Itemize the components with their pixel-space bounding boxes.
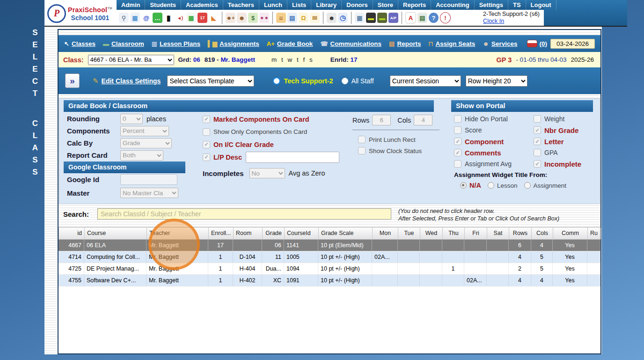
search-input[interactable] (97, 208, 391, 220)
print-lunch-rect-checkbox[interactable] (358, 136, 366, 143)
assignment-radio[interactable] (524, 182, 531, 189)
table-row-4725[interactable]: 4725DE Project Manag...Mr. Baggett1H-404… (59, 263, 600, 275)
nav-link-classroom[interactable]: ▬Classroom (103, 40, 144, 47)
admin-person-icon[interactable]: ☻ (327, 13, 337, 23)
add-student-icon[interactable]: ☻+ (226, 13, 235, 23)
lp-desc-input[interactable] (246, 152, 339, 163)
components-select[interactable]: Percent (120, 126, 169, 136)
top-menu-item-lists[interactable]: Lists (287, 0, 311, 10)
component-checkbox[interactable] (454, 138, 461, 145)
master-class-select[interactable]: No Master Cla (120, 188, 178, 198)
chat-count-link[interactable]: (0) (540, 40, 548, 47)
table-row-4667[interactable]: 466706 ELAMr. Baggett1706114110 pt (Elem… (59, 240, 600, 251)
chat-plus-icon[interactable]: … (153, 13, 162, 23)
top-menu-item-students[interactable]: Students (145, 0, 181, 10)
top-menu-item-reports[interactable]: Reports (398, 0, 431, 10)
assignment-avg-checkbox[interactable] (454, 160, 461, 168)
on-i-c-clear-grade-checkbox[interactable] (203, 141, 210, 148)
tickets-icon[interactable]: $ (248, 13, 258, 23)
clock-in-link[interactable]: Clock In (483, 18, 504, 24)
nav-link-classes[interactable]: ↖Classes (64, 40, 95, 47)
session-select[interactable]: Current Session (390, 75, 461, 87)
alert-icon[interactable]: ! (440, 12, 451, 23)
bell-icon[interactable]: Ω (299, 13, 308, 23)
logo[interactable]: P PraxiSchoolTM School 1001 (45, 0, 117, 26)
calendar-month-icon[interactable]: ▦ (186, 13, 196, 23)
calendar-grid-icon[interactable]: ▦ (130, 13, 140, 23)
top-menu-item-admin[interactable]: Admin (117, 0, 145, 10)
cell: 4 (531, 240, 553, 251)
hide-on-portal-checkbox[interactable] (454, 115, 461, 123)
top-menu-item-lunch[interactable]: Lunch (259, 0, 287, 10)
alarm-clock-icon[interactable]: ◷ (338, 13, 348, 23)
lunch-icon[interactable]: ≡ (276, 13, 286, 23)
gpa-checkbox[interactable] (534, 149, 541, 156)
payment-terminal-icon[interactable]: ▬ (377, 13, 387, 23)
calendar-date-icon[interactable]: 17 (198, 13, 207, 23)
class-template-select[interactable]: Select Class Template (167, 75, 254, 87)
nav-link-grade-book[interactable]: A+Grade Book (267, 40, 313, 47)
calc-by-select[interactable]: Grade (120, 138, 172, 148)
send-email-icon[interactable]: ✉ (310, 13, 320, 23)
field-label: Calc By (67, 139, 120, 147)
top-menu-item-library[interactable]: Library (311, 0, 342, 10)
top-menu-item-academics[interactable]: Academics (181, 0, 223, 10)
n-a-radio[interactable] (460, 182, 467, 189)
binder-icon[interactable]: ▤ (287, 13, 297, 23)
ledger-icon[interactable]: ▦ (355, 13, 365, 23)
rounding-select[interactable]: 0 (120, 114, 143, 124)
megaphone-icon[interactable]: ◣ (209, 13, 219, 23)
top-menu-item-logout[interactable]: Logout (526, 0, 556, 10)
top-menu-item-store[interactable]: Store (373, 0, 398, 10)
l-p-desc-checkbox[interactable] (203, 154, 210, 161)
tech-support-radio[interactable] (273, 77, 280, 85)
incompletes-select[interactable]: No (249, 168, 285, 178)
email-at-icon[interactable]: @ (141, 13, 151, 23)
google-id-input[interactable] (120, 174, 177, 185)
comments-checkbox[interactable] (454, 149, 461, 156)
credit-card-icon[interactable]: ▬ (366, 13, 376, 23)
student-icon[interactable]: ☻ (237, 13, 247, 23)
row-height-select[interactable]: Row Height 20 (466, 75, 527, 87)
score-checkbox[interactable] (454, 126, 461, 134)
nav-link-lesson-plans[interactable]: ▥Lesson Plans (152, 40, 200, 47)
print-icon[interactable]: ▤ (417, 13, 427, 23)
top-menu-item-donors[interactable]: Donors (342, 0, 373, 10)
all-staff-radio[interactable] (342, 78, 348, 84)
letter-checkbox[interactable] (534, 138, 541, 145)
show-only-components-on-card-checkbox[interactable] (203, 128, 210, 136)
nav-link-reports[interactable]: ▤Reports (389, 40, 421, 47)
speaker-icon[interactable]: ◄) (175, 13, 185, 23)
pdf-icon[interactable]: A (405, 12, 416, 23)
show-clock-status-checkbox[interactable] (358, 147, 366, 154)
nbr-grade-checkbox[interactable] (534, 126, 541, 134)
cols-input[interactable] (414, 115, 432, 125)
marked-components-on-card-checkbox[interactable] (203, 116, 210, 123)
expand-button[interactable]: » (65, 73, 80, 88)
report-card-select[interactable]: Both (120, 150, 163, 161)
rows-input[interactable] (372, 115, 391, 125)
table-row-4714[interactable]: 4714Computing for Coll...Mr. Baggett1D-1… (59, 251, 600, 263)
class-select[interactable]: 4667 - 06 ELA - Mr. Ba (88, 55, 174, 65)
search-icon[interactable]: ⚲ (119, 13, 129, 23)
nav-chat[interactable]: (0) (527, 40, 548, 47)
ap-badge-icon[interactable]: A/P (388, 13, 398, 23)
nav-link-services[interactable]: ☻Services (483, 40, 517, 47)
nav-link-communications[interactable]: ☎Communications (320, 40, 381, 47)
top-menu-item-ts[interactable]: TS (508, 0, 526, 10)
top-menu-item-accounting[interactable]: Accounting (431, 0, 475, 10)
lesson-radio[interactable] (488, 182, 494, 189)
nav-link-assignments[interactable]: ▍▆Assignments (208, 40, 259, 47)
table-row-4755[interactable]: 4755Software Dev C+...Mr. Baggett1H-402X… (59, 275, 600, 287)
top-menu-item-settings[interactable]: Settings (475, 0, 508, 10)
table-header-row[interactable]: idCourseTeacherEnroll...RoomGradeCourseI… (59, 227, 600, 240)
mobile-phone-icon[interactable]: ▮ (164, 13, 174, 23)
help-icon[interactable]: ? (429, 13, 439, 23)
incomplete-checkbox[interactable] (534, 160, 541, 168)
family-icon[interactable]: ☻☻ (259, 13, 269, 23)
weight-checkbox[interactable] (534, 115, 541, 123)
edit-class-settings-link[interactable]: Edit Class Settings (102, 77, 161, 85)
nav-link-assign-seats[interactable]: ⊓Assign Seats (428, 40, 475, 47)
top-menu-item-teachers[interactable]: Teachers (223, 0, 259, 10)
date-box[interactable]: 03-24-2026 (550, 39, 595, 49)
